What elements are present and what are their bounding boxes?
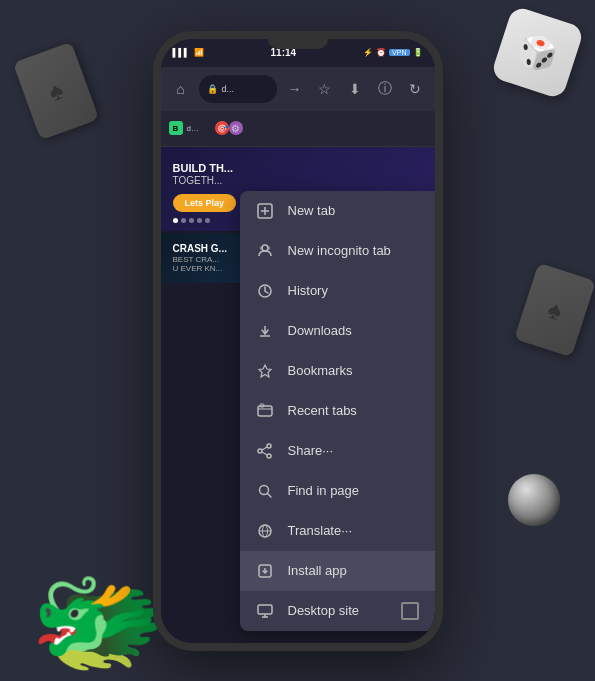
battery-icon: 🔋: [413, 48, 423, 57]
history-label: History: [288, 283, 419, 298]
share-icon: [256, 442, 274, 460]
downloads-icon: [256, 322, 274, 340]
page-content: BUILD TH... TOGETH... Lets Play CRASH G.…: [161, 147, 435, 643]
menu-item-new-tab[interactable]: New tab: [240, 191, 435, 231]
phone-inner: ▌▌▌ 📶 11:14 ⚡ ⏰ VPN 🔋 ⌂ 🔒 d... → ☆ ⬇ ⓘ ↻: [161, 39, 435, 643]
svg-rect-25: [258, 605, 272, 614]
svg-line-19: [267, 493, 271, 497]
menu-item-share[interactable]: Share···: [240, 431, 435, 471]
svg-point-4: [259, 246, 262, 249]
status-signal: ▌▌▌ 📶: [173, 48, 204, 57]
menu-item-new-incognito[interactable]: New incognito tab: [240, 231, 435, 271]
menu-item-history[interactable]: History: [240, 271, 435, 311]
info-button[interactable]: ⓘ: [373, 77, 397, 101]
find-icon: [256, 482, 274, 500]
dot-4: [197, 218, 202, 223]
incognito-icon: [256, 242, 274, 260]
dot-2: [181, 218, 186, 223]
tab-item-1[interactable]: B d…: [161, 111, 207, 146]
menu-item-translate[interactable]: Translate···: [240, 511, 435, 551]
alarm-icon: ⏰: [376, 48, 386, 57]
dot-1: [173, 218, 178, 223]
status-time: 11:14: [271, 47, 297, 58]
history-icon: [256, 282, 274, 300]
dot-3: [189, 218, 194, 223]
bookmarks-label: Bookmarks: [288, 363, 419, 378]
desktop-site-checkbox[interactable]: [401, 602, 419, 620]
menu-item-recent-tabs[interactable]: Recent tabs: [240, 391, 435, 431]
downloads-label: Downloads: [288, 323, 419, 338]
new-tab-label: New tab: [288, 203, 419, 218]
download-button[interactable]: ⬇: [343, 77, 367, 101]
recent-tabs-icon: [256, 402, 274, 420]
find-in-page-label: Find in page: [288, 483, 419, 498]
banner-1-button[interactable]: Lets Play: [173, 194, 237, 212]
card-top-left-decoration: ♠: [13, 42, 99, 140]
tab-favicon-2: 🎯: [215, 121, 229, 135]
phone-notch: [268, 39, 328, 49]
tab-bar: B d… 🎯 ⚙: [161, 111, 435, 147]
bluetooth-icon: ⚡: [363, 48, 373, 57]
tab-item-2[interactable]: 🎯 ⚙: [207, 111, 251, 146]
dot-5: [205, 218, 210, 223]
svg-marker-9: [259, 365, 271, 377]
domain-text: d...: [222, 84, 235, 94]
dice-decoration: 🎲: [490, 5, 585, 100]
lock-icon: 🔒: [207, 84, 218, 94]
menu-item-install-app[interactable]: Install app: [240, 551, 435, 591]
address-bar[interactable]: 🔒 d...: [199, 75, 277, 103]
svg-point-13: [267, 444, 271, 448]
status-icons: ⚡ ⏰ VPN 🔋: [363, 48, 422, 57]
card-right-decoration: ♠: [514, 263, 595, 358]
carrier-text: 📶: [194, 48, 204, 57]
translate-icon: [256, 522, 274, 540]
install-app-icon: [256, 562, 274, 580]
banner-1-title: BUILD TH...: [173, 161, 423, 175]
svg-line-16: [262, 447, 267, 450]
svg-point-14: [258, 449, 262, 453]
forward-button[interactable]: →: [283, 77, 307, 101]
new-incognito-label: New incognito tab: [288, 243, 419, 258]
vpn-badge: VPN: [389, 49, 409, 56]
new-tab-icon: [256, 202, 274, 220]
menu-item-desktop-site[interactable]: Desktop site: [240, 591, 435, 631]
sphere-decoration: [508, 474, 560, 526]
tab-favicon-3: ⚙: [229, 121, 243, 135]
tab-favicon-1: B: [169, 121, 183, 135]
banner-1-subtitle: TOGETH...: [173, 175, 423, 186]
share-label: Share···: [288, 443, 419, 458]
recent-tabs-label: Recent tabs: [288, 403, 419, 418]
install-app-label: Install app: [288, 563, 419, 578]
dragon-decoration: 🐲: [30, 566, 167, 676]
bookmark-button[interactable]: ☆: [313, 77, 337, 101]
context-menu: New tab New incognito tab: [240, 191, 435, 631]
svg-line-17: [262, 452, 267, 455]
phone-frame: ▌▌▌ 📶 11:14 ⚡ ⏰ VPN 🔋 ⌂ 🔒 d... → ☆ ⬇ ⓘ ↻: [153, 31, 443, 651]
menu-item-downloads[interactable]: Downloads: [240, 311, 435, 351]
refresh-button[interactable]: ↻: [403, 77, 427, 101]
desktop-site-label: Desktop site: [288, 603, 387, 618]
svg-point-5: [267, 246, 270, 249]
svg-rect-10: [258, 406, 272, 416]
tab-label-1: d…: [187, 124, 199, 133]
bookmarks-icon: [256, 362, 274, 380]
browser-address-bar: ⌂ 🔒 d... → ☆ ⬇ ⓘ ↻: [161, 67, 435, 111]
desktop-site-icon: [256, 602, 274, 620]
signal-icon: ▌▌▌: [173, 48, 190, 57]
menu-item-find-in-page[interactable]: Find in page: [240, 471, 435, 511]
svg-point-15: [267, 454, 271, 458]
menu-item-bookmarks[interactable]: Bookmarks: [240, 351, 435, 391]
home-button[interactable]: ⌂: [169, 77, 193, 101]
svg-point-3: [262, 245, 268, 251]
translate-label: Translate···: [288, 523, 419, 538]
